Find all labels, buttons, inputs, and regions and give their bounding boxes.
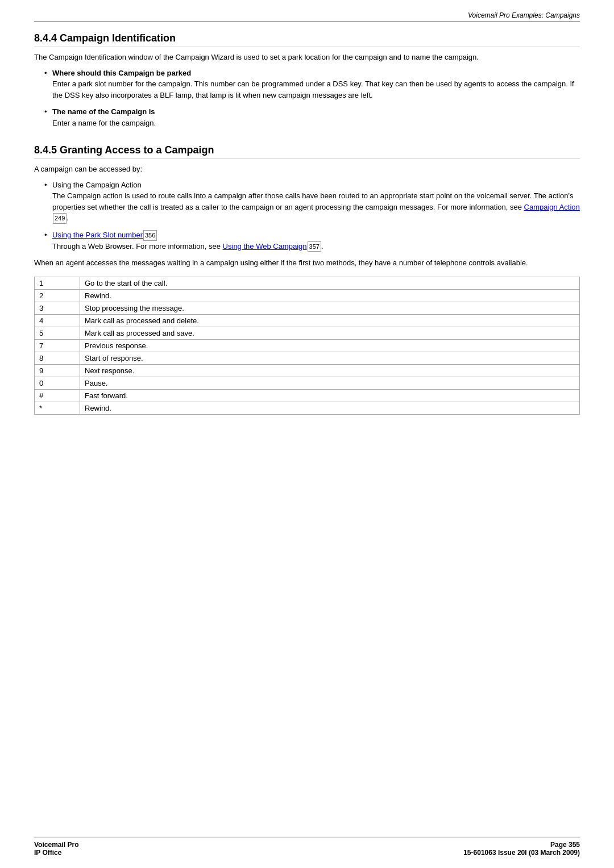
table-row: 5Mark call as processed and save. — [35, 327, 580, 339]
bullet-park-slot-body: Through a Web Browser. For more informat… — [52, 242, 223, 251]
table-row: *Rewind. — [35, 402, 580, 414]
key-cell: 9 — [35, 364, 80, 377]
footer-right-line2: 15-601063 Issue 20I (03 March 2009) — [463, 849, 580, 857]
key-cell: 8 — [35, 352, 80, 364]
header-title: Voicemail Pro Examples: Campaigns — [468, 11, 580, 19]
page-header: Voicemail Pro Examples: Campaigns — [34, 11, 580, 22]
key-cell: 0 — [35, 377, 80, 389]
section1-heading: 8.4.4 Campaign Identification — [34, 32, 580, 47]
bullet-campaign-action-body: The Campaign action is used to route cal… — [52, 191, 573, 211]
value-cell: Rewind. — [80, 289, 580, 302]
web-campaign-ref: 357 — [308, 241, 321, 252]
bullet-campaign-name-term: The name of the Campaign is — [52, 107, 155, 116]
section2-heading: 8.4.5 Granting Access to a Campaign — [34, 144, 580, 159]
bullet-park-slot-after: . — [321, 242, 323, 251]
bullet-park-slot-body: Enter a park slot number for the campaig… — [52, 80, 574, 99]
value-cell: Rewind. — [80, 402, 580, 414]
value-cell: Pause. — [80, 377, 580, 389]
web-campaign-link[interactable]: Using the Web Campaign — [223, 242, 307, 251]
key-cell: 4 — [35, 314, 80, 327]
value-cell: Fast forward. — [80, 389, 580, 402]
page-wrapper: Voicemail Pro Examples: Campaigns 8.4.4 … — [0, 0, 614, 868]
footer-left: Voicemail Pro IP Office — [34, 841, 78, 857]
section2-intro: A campaign can be accessed by: — [34, 164, 580, 175]
value-cell: Go to the start of the call. — [80, 277, 580, 289]
value-cell: Mark call as processed and save. — [80, 327, 580, 339]
value-cell: Next response. — [80, 364, 580, 377]
key-cell: * — [35, 402, 80, 414]
bullet-park-slot-number: Using the Park Slot number356 Through a … — [45, 229, 580, 252]
park-slot-ref: 356 — [143, 230, 157, 241]
table-row: 9Next response. — [35, 364, 580, 377]
value-cell: Stop processing the message. — [80, 302, 580, 314]
section1-bullets: Where should this Campaign be parked Ent… — [45, 68, 580, 129]
key-cell: 2 — [35, 289, 80, 302]
campaign-action-ref: 249 — [53, 213, 67, 224]
table-row: 2Rewind. — [35, 289, 580, 302]
bullet-campaign-action: Using the Campaign Action The Campaign a… — [45, 180, 580, 224]
bullet-campaign-name-body: Enter a name for the campaign. — [52, 119, 156, 127]
bullet-campaign-name: The name of the Campaign is Enter a name… — [45, 106, 580, 128]
key-cell: # — [35, 389, 80, 402]
footer-right: Page 355 15-601063 Issue 20I (03 March 2… — [463, 841, 580, 857]
table-row: 1Go to the start of the call. — [35, 277, 580, 289]
table-row: 8Start of response. — [35, 352, 580, 364]
section-campaign-identification: 8.4.4 Campaign Identification The Campai… — [34, 32, 580, 128]
footer-right-line1: Page 355 — [463, 841, 580, 849]
section2-bullets: Using the Campaign Action The Campaign a… — [45, 180, 580, 252]
key-cell: 3 — [35, 302, 80, 314]
controls-table: 1Go to the start of the call.2Rewind.3St… — [34, 277, 580, 415]
section2-paragraph: When an agent accesses the messages wait… — [34, 257, 580, 269]
bullet-campaign-action-label: Using the Campaign Action — [52, 181, 142, 189]
campaign-action-link[interactable]: Campaign Action — [524, 203, 580, 211]
bullet-park-slot-term: Where should this Campaign be parked — [52, 69, 191, 77]
table-row: 0Pause. — [35, 377, 580, 389]
page-footer: Voicemail Pro IP Office Page 355 15-6010… — [34, 837, 580, 857]
value-cell: Start of response. — [80, 352, 580, 364]
table-row: 3Stop processing the message. — [35, 302, 580, 314]
footer-left-line1: Voicemail Pro — [34, 841, 78, 849]
section1-intro: The Campaign Identification window of th… — [34, 52, 580, 63]
key-cell: 1 — [35, 277, 80, 289]
bullet-park-slot: Where should this Campaign be parked Ent… — [45, 68, 580, 101]
key-cell: 7 — [35, 339, 80, 352]
section-granting-access: 8.4.5 Granting Access to a Campaign A ca… — [34, 144, 580, 415]
park-slot-link[interactable]: Using the Park Slot number — [52, 231, 143, 239]
value-cell: Previous response. — [80, 339, 580, 352]
footer-left-line2: IP Office — [34, 849, 78, 857]
value-cell: Mark call as processed and delete. — [80, 314, 580, 327]
bullet-campaign-action-after: . — [67, 214, 69, 222]
table-row: #Fast forward. — [35, 389, 580, 402]
table-row: 7Previous response. — [35, 339, 580, 352]
table-row: 4Mark call as processed and delete. — [35, 314, 580, 327]
key-cell: 5 — [35, 327, 80, 339]
